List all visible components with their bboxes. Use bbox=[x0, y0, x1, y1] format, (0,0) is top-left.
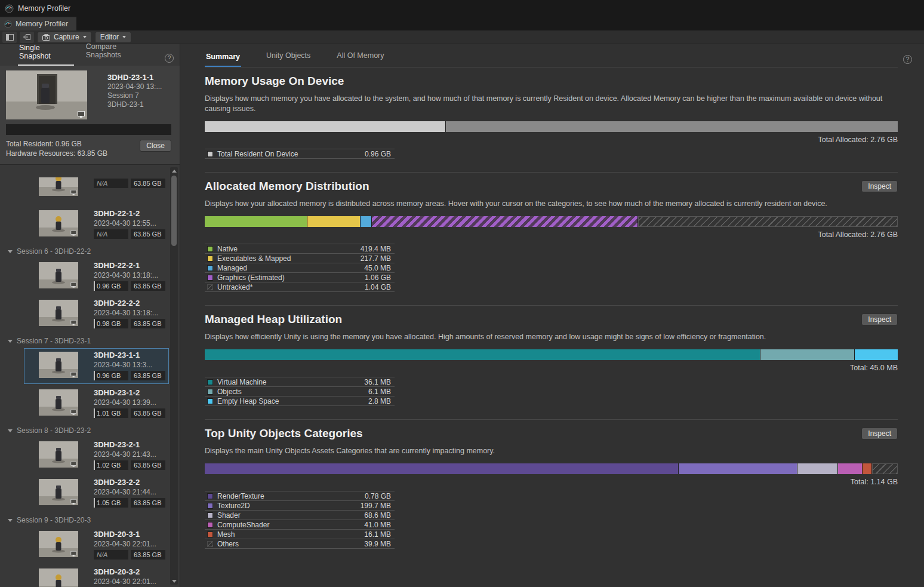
tab-single-snapshot[interactable]: Single Snapshot bbox=[18, 44, 74, 66]
snapshot-values: 1.05 GB63.85 GB bbox=[94, 498, 165, 508]
window-title: Memory Profiler bbox=[18, 4, 70, 13]
bar-segment-managed[interactable] bbox=[361, 216, 372, 227]
editor-dropdown-caret-icon bbox=[122, 36, 126, 38]
monitor-icon bbox=[70, 231, 76, 235]
section-description: Displays how efficiently Unity is using … bbox=[205, 332, 897, 342]
snapshot-values: N/A63.85 GB bbox=[94, 550, 165, 560]
import-icon bbox=[23, 33, 31, 41]
editor-dropdown[interactable]: Editor bbox=[95, 32, 131, 43]
inspect-button-managed-heap-utilization[interactable]: Inspect bbox=[861, 314, 898, 325]
snapshot-values: 1.01 GB63.85 GB bbox=[94, 408, 165, 418]
open-snapshot-session-name: 3DHD-23-1 bbox=[107, 100, 162, 109]
summary-help-icon[interactable]: ? bbox=[903, 55, 912, 64]
inspect-button-top-unity-objects-categories[interactable]: Inspect bbox=[861, 428, 898, 440]
snapshot-thumbnail bbox=[39, 531, 78, 557]
tab-unity-objects[interactable]: Unity Objects bbox=[265, 51, 312, 67]
snapshot-name: 3DHD-23-2-2 bbox=[94, 478, 165, 487]
bar-segment-allocated-not-resident[interactable] bbox=[446, 121, 898, 132]
legend-row-managed: Managed45.0 MB bbox=[205, 263, 395, 273]
tab-compare-snapshots[interactable]: Compare Snapshots bbox=[85, 42, 154, 66]
open-snapshot-card: 3DHD-23-1-1 2023-04-30 13:... Session 7 … bbox=[0, 66, 180, 165]
scroll-down-arrow[interactable] bbox=[170, 577, 178, 585]
monitor-icon bbox=[70, 499, 76, 503]
session-header-session-6-3dhd-22-2[interactable]: Session 6 - 3DHD-22-2 bbox=[0, 244, 180, 259]
open-snapshot-memory-bar bbox=[6, 124, 171, 135]
legend-swatch bbox=[207, 246, 213, 252]
bar-segment-native[interactable] bbox=[205, 216, 307, 227]
snapshot-date: 2023-04-30 21:43... bbox=[94, 450, 165, 459]
hardware-memory-value: 63.85 GB bbox=[131, 460, 165, 470]
legend-value: 39.9 MB bbox=[364, 540, 391, 548]
legend-value: 68.6 MB bbox=[364, 511, 391, 520]
inspect-button-allocated-memory-distribution[interactable]: Inspect bbox=[861, 180, 898, 192]
close-button[interactable]: Close bbox=[140, 140, 171, 152]
legend-swatch bbox=[207, 379, 213, 385]
memory-profiler-window: Memory Profiler Memory Profiler Capture bbox=[0, 0, 924, 587]
snapshot-date: 2023-04-30 12:54... bbox=[94, 177, 165, 177]
legend-row-graphics-estimated: Graphics (Estimated)1.06 GB bbox=[205, 273, 395, 282]
snapshot-item-2023-04-30-12-54[interactable]: 2023-04-30 12:54...N/A63.85 GB bbox=[24, 177, 169, 205]
legend-value: 2.8 MB bbox=[368, 397, 391, 405]
snapshot-item-3dhd-23-1-1[interactable]: 3DHD-23-1-12023-04-30 13:3...0.96 GB63.8… bbox=[24, 348, 169, 384]
session-header-session-9-3dhd-20-3[interactable]: Session 9 - 3DHD-20-3 bbox=[0, 513, 180, 527]
bar-segment-graphics-estimated[interactable] bbox=[372, 216, 638, 227]
session-label: Session 7 - 3DHD-23-1 bbox=[17, 337, 91, 345]
legend-value: 0.96 GB bbox=[365, 150, 391, 158]
legend-value: 1.04 GB bbox=[365, 283, 391, 291]
legend-row-native: Native419.4 MB bbox=[205, 244, 395, 254]
snapshot-thumbnail bbox=[39, 300, 78, 326]
legend-value: 36.1 MB bbox=[364, 378, 391, 386]
bar-segment-untracked[interactable] bbox=[638, 216, 898, 227]
capture-button[interactable]: Capture bbox=[37, 32, 92, 43]
tab-memory-profiler-window[interactable]: Memory Profiler bbox=[0, 17, 76, 30]
snapshot-item-3dhd-20-3-1[interactable]: 3DHD-20-3-12023-04-30 22:01...N/A63.85 G… bbox=[24, 527, 169, 563]
scroll-up-arrow[interactable] bbox=[170, 167, 178, 174]
hardware-resources-text: Hardware Resources: 63.85 GB bbox=[6, 149, 107, 159]
capture-dropdown-caret-icon[interactable] bbox=[83, 36, 87, 38]
tab-summary[interactable]: Summary bbox=[205, 53, 241, 67]
collapse-arrow-icon bbox=[8, 429, 13, 432]
snapshot-item-3dhd-22-1-2[interactable]: 3DHD-22-1-22023-04-30 12:55...N/A63.85 G… bbox=[24, 207, 169, 242]
bar-segment-empty-heap-space[interactable] bbox=[855, 349, 898, 360]
snapshot-date: 2023-04-30 21:44... bbox=[94, 487, 165, 497]
panel-toggle-button[interactable] bbox=[2, 32, 17, 43]
snapshot-item-3dhd-23-2-1[interactable]: 3DHD-23-2-12023-04-30 21:43...1.02 GB63.… bbox=[24, 438, 169, 474]
bar-segment-total-resident-on-device[interactable] bbox=[205, 121, 446, 132]
snapshot-item-3dhd-22-2-1[interactable]: 3DHD-22-2-12023-04-30 13:18:...0.96 GB63… bbox=[24, 259, 169, 294]
legend-swatch bbox=[207, 541, 213, 547]
bar-segment-executables-mapped[interactable] bbox=[307, 216, 361, 227]
sidebar-help-icon[interactable]: ? bbox=[165, 54, 174, 63]
bar-segment-others[interactable] bbox=[872, 463, 898, 474]
bar-segment-shader[interactable] bbox=[797, 463, 838, 474]
bar-segment-texture2d[interactable] bbox=[679, 463, 797, 474]
bar-segment-mesh[interactable] bbox=[863, 463, 872, 474]
resident-memory-value: N/A bbox=[94, 229, 128, 239]
tab-all-of-memory[interactable]: All Of Memory bbox=[335, 51, 385, 67]
snapshot-date: 2023-04-30 13:18:... bbox=[94, 308, 165, 318]
legend: Virtual Machine36.1 MBObjects6.1 MBEmpty… bbox=[205, 377, 395, 406]
snapshot-values: 1.02 GB63.85 GB bbox=[94, 460, 165, 470]
snapshot-item-3dhd-20-3-2[interactable]: 3DHD-20-3-22023-04-30 22:01...N/A63.85 G… bbox=[24, 565, 169, 587]
legend-label: Objects bbox=[217, 388, 364, 396]
bar-segment-rendertexture[interactable] bbox=[205, 463, 679, 474]
import-snapshot-button[interactable] bbox=[20, 32, 34, 43]
snapshot-date: 2023-04-30 22:01... bbox=[94, 577, 165, 586]
bar-segment-computeshader[interactable] bbox=[838, 463, 863, 474]
scrollbar-thumb[interactable] bbox=[171, 176, 177, 246]
bar-segment-objects[interactable] bbox=[760, 349, 855, 360]
sidebar-scrollbar[interactable] bbox=[170, 167, 178, 585]
snapshot-item-3dhd-22-2-2[interactable]: 3DHD-22-2-22023-04-30 13:18:...0.98 GB63… bbox=[24, 296, 169, 332]
session-header-session-7-3dhd-23-1[interactable]: Session 7 - 3DHD-23-1 bbox=[0, 334, 180, 348]
open-snapshot-session: Session 7 bbox=[107, 91, 162, 100]
summary-panel: Summary Unity Objects All Of Memory ? Me… bbox=[180, 44, 924, 587]
snapshot-values: 0.96 GB63.85 GB bbox=[94, 371, 165, 380]
session-header-session-8-3dhd-23-2[interactable]: Session 8 - 3DHD-23-2 bbox=[0, 423, 180, 438]
snapshot-item-3dhd-23-1-2[interactable]: 3DHD-23-1-22023-04-30 13:39...1.01 GB63.… bbox=[24, 386, 169, 422]
legend-swatch bbox=[207, 512, 213, 518]
legend-label: Graphics (Estimated) bbox=[217, 273, 361, 282]
snapshot-meta: 3DHD-22-2-22023-04-30 13:18:...0.98 GB63… bbox=[94, 299, 165, 328]
legend-label: Executables & Mapped bbox=[217, 254, 356, 263]
collapse-arrow-icon bbox=[8, 340, 13, 343]
bar-segment-virtual-machine[interactable] bbox=[205, 349, 760, 360]
snapshot-item-3dhd-23-2-2[interactable]: 3DHD-23-2-22023-04-30 21:44...1.05 GB63.… bbox=[24, 475, 169, 511]
